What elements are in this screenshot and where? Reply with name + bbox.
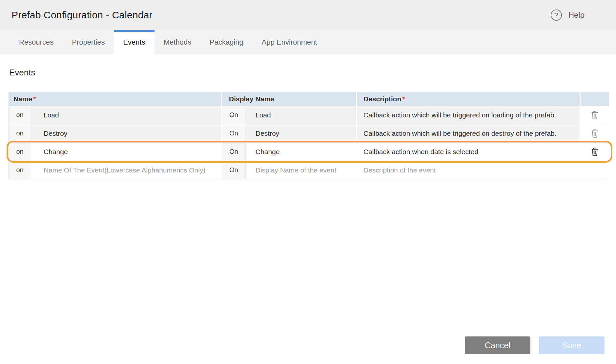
help-button[interactable]: ? Help (551, 10, 585, 21)
dialog-header: Prefab Configuration - Calendar ? Help (0, 0, 616, 30)
tab-packaging[interactable]: Packaging (200, 30, 253, 54)
delete-event-button[interactable] (589, 127, 600, 140)
description-input[interactable]: Callback action which will be triggered … (357, 124, 580, 142)
table-row-load: on Load On Load Callback action which wi… (9, 106, 608, 124)
required-asterisk: * (33, 95, 36, 103)
event-name-input[interactable]: Name Of The Event(Lowercase Alphanumeric… (31, 161, 221, 179)
event-name-input[interactable]: Load (31, 106, 221, 124)
display-name-input[interactable]: Display Name of the event (246, 161, 356, 179)
tab-properties[interactable]: Properties (63, 30, 114, 54)
help-icon: ? (551, 10, 562, 21)
display-name-input[interactable]: Destroy (246, 124, 356, 142)
name-prefix-label: on (9, 161, 31, 179)
table-row-new-event: on Name Of The Event(Lowercase Alphanume… (9, 161, 608, 179)
required-asterisk: * (402, 95, 405, 103)
display-prefix-label: On (222, 124, 246, 142)
tab-resources[interactable]: Resources (10, 30, 63, 54)
event-name-input[interactable]: Destroy (31, 124, 221, 142)
table-row-destroy: on Destroy On Destroy Callback action wh… (9, 124, 608, 143)
trash-icon (591, 129, 599, 138)
page-title: Prefab Configuration - Calendar (11, 10, 153, 21)
event-name-input[interactable]: Change (31, 143, 221, 161)
name-prefix-label: on (9, 124, 31, 142)
section-title: Events (9, 68, 607, 78)
name-prefix-label: on (9, 106, 31, 124)
description-input[interactable]: Callback action when date is selected (357, 143, 580, 161)
trash-icon (591, 147, 599, 157)
events-table: Name * Display Name Description * on Loa… (9, 92, 608, 179)
column-header-actions (581, 92, 609, 106)
name-prefix-label: on (9, 143, 31, 161)
description-input[interactable]: Callback action which will be triggered … (357, 106, 580, 124)
display-prefix-label: On (222, 161, 246, 179)
column-header-name: Name * (9, 92, 221, 106)
tab-methods[interactable]: Methods (154, 30, 200, 54)
events-panel: Events Name * Display Name Description *… (0, 54, 616, 179)
display-prefix-label: On (222, 106, 246, 124)
column-header-description: Description * (357, 92, 580, 106)
delete-event-button[interactable] (589, 146, 600, 158)
cancel-button[interactable]: Cancel (465, 336, 530, 354)
trash-icon (591, 110, 599, 120)
save-button[interactable]: Save (539, 336, 605, 354)
tab-bar: Resources Properties Events Methods Pack… (0, 30, 616, 54)
display-prefix-label: On (222, 143, 246, 161)
section-divider (9, 82, 607, 82)
display-name-input[interactable]: Change (246, 143, 356, 161)
delete-event-button[interactable] (589, 109, 600, 121)
tab-app-environment[interactable]: App Environment (253, 30, 326, 54)
table-row-change: on Change On Change Callback action when… (9, 143, 608, 161)
help-label: Help (568, 10, 585, 20)
column-header-display-name: Display Name (222, 92, 356, 106)
display-name-input[interactable]: Load (246, 106, 356, 124)
column-header-description-label: Description (363, 95, 401, 103)
column-header-display-name-label: Display Name (229, 95, 274, 103)
description-input[interactable]: Description of the event (357, 161, 580, 179)
table-header-row: Name * Display Name Description * (9, 92, 608, 106)
tab-events[interactable]: Events (114, 30, 154, 54)
column-header-name-label: Name (13, 95, 32, 103)
dialog-footer: Cancel Save (0, 323, 616, 354)
